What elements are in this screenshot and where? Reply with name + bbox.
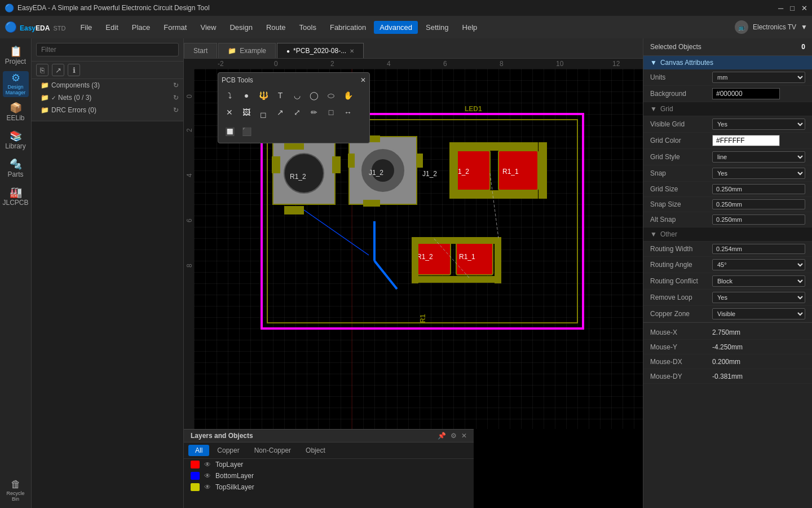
- canvas-area[interactable]: -2 0 2 4 6 8 10 12 0 2 4 6 8: [184, 59, 643, 508]
- visible-grid-select[interactable]: Yes No: [712, 119, 805, 130]
- menu-view[interactable]: View: [195, 21, 222, 34]
- minimize-button[interactable]: ─: [778, 4, 783, 12]
- pcb-tool-image[interactable]: 🖼: [239, 104, 254, 120]
- menu-file[interactable]: File: [74, 21, 98, 34]
- components-refresh-icon[interactable]: ↻: [173, 81, 179, 89]
- layer-row-toplayer[interactable]: 👁 TopLayer: [184, 459, 474, 470]
- tree-item-components[interactable]: 📁 Components (3) ↻: [32, 79, 183, 91]
- search-input[interactable]: [36, 43, 179, 56]
- tab-start[interactable]: Start: [184, 43, 217, 58]
- pcb-tool-oval[interactable]: ⬭: [323, 87, 339, 103]
- tab-pcb[interactable]: ● *PCB_2020-08-... ✕: [277, 43, 364, 58]
- menu-advanced[interactable]: Advanced: [374, 21, 418, 34]
- pcb-tool-hand[interactable]: ✋: [340, 87, 356, 103]
- grid-size-label: Grid Size: [650, 185, 712, 193]
- alt-snap-input[interactable]: [712, 214, 805, 225]
- layer-tab-all[interactable]: All: [188, 445, 209, 456]
- menu-design[interactable]: Design: [224, 21, 258, 34]
- menu-format[interactable]: Format: [158, 21, 192, 34]
- pcb-tool-pencil[interactable]: ✏: [306, 104, 322, 120]
- svg-rect-43: [449, 142, 458, 199]
- grid-color-label: Grid Color: [650, 137, 712, 144]
- close-button[interactable]: ✕: [801, 4, 807, 12]
- background-color-picker[interactable]: #000000: [712, 88, 780, 99]
- pcb-tool-arc2[interactable]: ◯: [306, 87, 322, 103]
- layers-panel-settings-icon[interactable]: ⚙: [451, 432, 457, 440]
- layers-panel-close-icon[interactable]: ✕: [461, 432, 467, 440]
- pcb-tool-angle[interactable]: ↗: [272, 104, 288, 120]
- sidebar-item-project[interactable]: 📋 Project: [3, 43, 29, 69]
- layer-tab-non-copper[interactable]: Non-Copper: [248, 445, 298, 456]
- grid-style-row: Grid Style line dot: [643, 149, 812, 165]
- mouse-y-value: -4.250mm: [712, 343, 805, 351]
- grid-style-select[interactable]: line dot: [712, 151, 805, 163]
- search-area: [32, 38, 183, 62]
- pcb-tool-text[interactable]: T: [272, 87, 288, 103]
- pcb-tool-square[interactable]: □: [323, 104, 339, 120]
- units-select[interactable]: mm mil inch: [712, 72, 805, 83]
- copper-zone-select[interactable]: Visible Hidden: [712, 308, 805, 319]
- user-dropdown-icon[interactable]: ▼: [801, 23, 807, 31]
- toplayer-visibility-icon[interactable]: 👁: [204, 461, 211, 468]
- sidebar-item-jlcpcb[interactable]: 🏭 JLCPCB: [3, 184, 29, 210]
- pcb-tool-resize[interactable]: ↔: [340, 104, 356, 120]
- routing-conflict-select[interactable]: Block Highlight Ignore: [712, 275, 805, 287]
- pcb-tool-scale[interactable]: ⤢: [289, 104, 305, 120]
- menu-edit[interactable]: Edit: [100, 21, 123, 34]
- panel-info-button[interactable]: ℹ: [68, 64, 80, 76]
- project-label: Project: [5, 58, 26, 65]
- bottomlayer-visibility-icon[interactable]: 👁: [204, 472, 211, 480]
- pcb-tool-cross[interactable]: ✕: [222, 104, 237, 120]
- pcb-tool-block[interactable]: ⬛: [239, 124, 254, 139]
- panel-copy-button[interactable]: ⎘: [36, 64, 48, 76]
- pcb-tool-arc1[interactable]: ◡: [289, 87, 305, 103]
- menu-setting[interactable]: Setting: [420, 21, 454, 34]
- pcb-tool-circle[interactable]: ●: [239, 87, 254, 103]
- svg-rect-32: [348, 154, 355, 168]
- grid-collapse-icon[interactable]: ▼: [650, 105, 657, 113]
- pcb-tool-fork[interactable]: 🔱: [255, 87, 271, 103]
- menu-route[interactable]: Route: [261, 21, 292, 34]
- pcb-tool-rect[interactable]: ◻: [255, 107, 271, 122]
- nets-refresh-icon[interactable]: ↻: [173, 94, 179, 102]
- menu-help[interactable]: Help: [457, 21, 483, 34]
- menu-place[interactable]: Place: [126, 21, 156, 34]
- pcb-tool-grid[interactable]: 🔲: [222, 124, 237, 139]
- grid-color-picker[interactable]: #FFFFFF: [712, 135, 780, 146]
- snap-select[interactable]: Yes No: [712, 168, 805, 179]
- panel-share-button[interactable]: ↗: [52, 64, 64, 76]
- tree-item-drc[interactable]: 📁 DRC Errors (0) ↻: [32, 104, 183, 116]
- menu-fabrication[interactable]: Fabrication: [324, 21, 372, 34]
- layer-row-topsilk[interactable]: 👁 TopSilkLayer: [184, 481, 474, 493]
- grid-title: Grid: [660, 105, 673, 113]
- routing-width-input[interactable]: [712, 244, 805, 254]
- layer-tab-copper[interactable]: Copper: [210, 445, 246, 456]
- sidebar-item-eelib[interactable]: 📦 EELib: [3, 99, 29, 125]
- pcb-tools-close-icon[interactable]: ✕: [360, 76, 366, 84]
- topsilk-visibility-icon[interactable]: 👁: [204, 483, 211, 491]
- other-collapse-icon[interactable]: ▼: [650, 230, 657, 238]
- alt-snap-label: Alt Snap: [650, 216, 712, 224]
- sidebar-item-design-manager[interactable]: ⚙ Design Manager: [3, 71, 29, 97]
- routing-angle-select[interactable]: 45° 90° Free: [712, 259, 805, 270]
- pcb-tool-route[interactable]: ⤵: [222, 87, 237, 103]
- remove-loop-select[interactable]: Yes No: [712, 292, 805, 303]
- sidebar-item-recycle-bin[interactable]: 🗑 Recycle Bin: [3, 478, 29, 503]
- layer-tab-object[interactable]: Object: [299, 445, 332, 456]
- grid-size-input[interactable]: [712, 184, 805, 194]
- snap-size-input[interactable]: [712, 199, 805, 209]
- tab-example[interactable]: 📁 Example: [218, 43, 276, 58]
- maximize-button[interactable]: □: [790, 4, 795, 12]
- other-title: Other: [660, 230, 677, 238]
- drc-refresh-icon[interactable]: ↻: [173, 106, 179, 114]
- tree-item-nets[interactable]: 📁 ✓ Nets (0 / 3) ↻: [32, 91, 183, 104]
- sidebar-item-library[interactable]: 📚 Library: [3, 128, 29, 154]
- menu-tools[interactable]: Tools: [294, 21, 322, 34]
- mouse-y-row: Mouse-Y -4.250mm: [643, 340, 812, 354]
- canvas-attributes-collapse-icon[interactable]: ▼: [650, 59, 657, 67]
- tab-pcb-close-icon[interactable]: ✕: [350, 48, 354, 54]
- layer-row-bottomlayer[interactable]: 👁 BottomLayer: [184, 470, 474, 481]
- sidebar-item-parts[interactable]: 🔩 Parts: [3, 156, 29, 182]
- background-label: Background: [650, 90, 712, 98]
- layers-panel-pin-icon[interactable]: 📌: [438, 432, 446, 440]
